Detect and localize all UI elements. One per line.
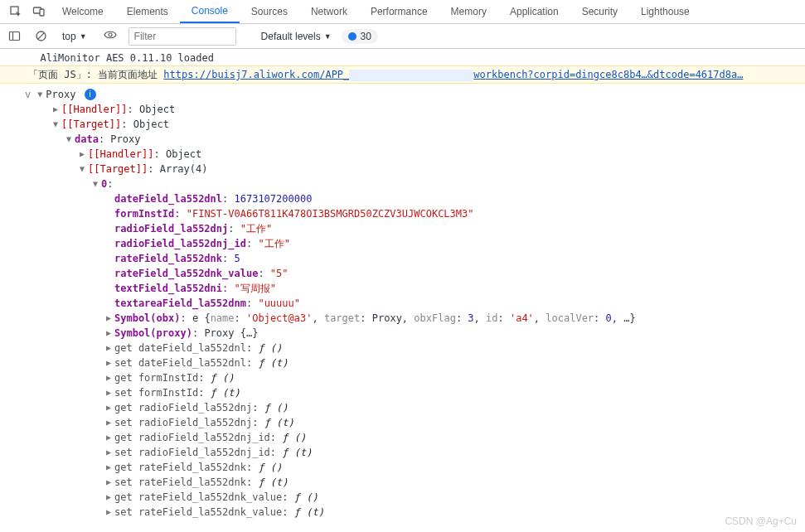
tree-row[interactable]: ▶set dateField_la552dnl: ƒ (t) <box>25 355 805 370</box>
tab-performance[interactable]: Performance <box>359 0 439 23</box>
log-text: 「页面 JS」: 当前页面地址 <box>28 69 163 80</box>
context-label: top <box>62 31 76 42</box>
caret-icon[interactable]: ▼ <box>93 177 101 191</box>
log-url-link[interactable]: workbench?corpid=dingce8c8b4…&dtcode=461… <box>473 69 743 80</box>
caret-icon[interactable]: ▼ <box>66 132 75 147</box>
tab-sources[interactable]: Sources <box>240 0 299 23</box>
tree-row[interactable]: textareaField_la552dnm: "uuuuu" <box>25 296 805 311</box>
caret-icon[interactable]: ▶ <box>106 311 114 326</box>
tree-row[interactable]: rateField_la552dnk: 5 <box>25 251 805 266</box>
tree-row[interactable]: textField_la552dni: "写周报" <box>25 281 805 296</box>
caret-icon[interactable]: ▼ <box>53 117 61 132</box>
tree-row[interactable]: v▼Proxy i <box>25 87 805 102</box>
issues-dot-icon <box>348 32 356 41</box>
caret-icon[interactable]: ▶ <box>106 430 114 445</box>
tree-row[interactable]: ▶set rateField_la552dnk_value: ƒ (t) <box>25 505 805 520</box>
caret-icon[interactable]: ▶ <box>106 415 114 430</box>
tree-row[interactable]: ▶get radioField_la552dnj: ƒ () <box>25 400 805 415</box>
tree-row[interactable]: ▼data: Proxy <box>25 132 805 147</box>
caret-icon[interactable]: ▼ <box>80 162 88 177</box>
live-expression-icon[interactable] <box>99 30 122 42</box>
caret-icon[interactable]: ▶ <box>106 490 114 505</box>
levels-label: Default levels <box>261 31 321 42</box>
caret-icon[interactable]: ▶ <box>106 341 114 355</box>
tab-elements[interactable]: Elements <box>115 0 180 23</box>
tree-row[interactable]: ▶[[Handler]]: Object <box>25 147 805 162</box>
caret-icon[interactable]: ▶ <box>106 326 114 341</box>
tree-row[interactable]: ▼0: <box>25 177 805 191</box>
console-toolbar: top ▼ Default levels ▼ 30 <box>0 24 805 49</box>
clear-console-icon[interactable] <box>31 27 51 46</box>
tab-security[interactable]: Security <box>570 0 629 23</box>
caret-icon[interactable]: ▼ <box>37 87 46 102</box>
tree-row[interactable]: formInstId: "FINST-V0A66T811K478OI3BSMGR… <box>25 206 805 221</box>
caret-icon[interactable]: ▶ <box>106 385 114 400</box>
watermark: CSDN @Ag+Cu <box>725 515 797 527</box>
console-log-area: AliMonitor AES 0.11.10 loaded 「页面 JS」: 当… <box>0 49 805 528</box>
chevron-down-icon: ▼ <box>324 32 332 41</box>
object-tree: v▼Proxy i ▶[[Handler]]: Object ▼[[Target… <box>0 84 805 520</box>
tree-row[interactable]: ▶Symbol(proxy): Proxy {…} <box>25 326 805 341</box>
tab-memory[interactable]: Memory <box>439 0 498 23</box>
svg-rect-2 <box>40 9 44 16</box>
tree-row[interactable]: radioField_la552dnj_id: "工作" <box>25 236 805 251</box>
tree-row[interactable]: ▶[[Handler]]: Object <box>25 102 805 117</box>
svg-line-6 <box>37 33 44 40</box>
tree-row[interactable]: ▶get formInstId: ƒ () <box>25 370 805 385</box>
tree-row[interactable]: dateField_la552dnl: 1673107200000 <box>25 191 805 206</box>
caret-icon[interactable]: ▶ <box>106 505 114 520</box>
toggle-sidebar-icon[interactable] <box>4 27 24 46</box>
tree-row[interactable]: ▼[[Target]]: Object <box>25 117 805 132</box>
svg-rect-3 <box>9 32 19 41</box>
tree-row[interactable]: ▶set formInstId: ƒ (t) <box>25 385 805 400</box>
toggle-device-icon[interactable] <box>27 0 51 23</box>
caret-icon[interactable]: ▶ <box>80 147 88 162</box>
tree-row[interactable]: ▶get rateField_la552dnk: ƒ () <box>25 460 805 475</box>
tab-welcome[interactable]: Welcome <box>51 0 115 23</box>
caret-icon[interactable]: ▶ <box>106 400 114 415</box>
tree-row[interactable]: rateField_la552dnk_value: "5" <box>25 266 805 281</box>
log-levels-selector[interactable]: Default levels ▼ <box>258 31 335 42</box>
tree-row[interactable]: radioField_la552dnj: "工作" <box>25 221 805 236</box>
tab-network[interactable]: Network <box>299 0 359 23</box>
info-icon[interactable]: i <box>85 89 96 100</box>
log-message: AliMonitor AES 0.11.10 loaded <box>0 51 805 65</box>
url-redacted <box>349 70 473 81</box>
devtools-tabbar: Welcome Elements Console Sources Network… <box>0 0 805 24</box>
tree-row[interactable]: ▶set rateField_la552dnk: ƒ (t) <box>25 475 805 490</box>
svg-point-7 <box>109 33 112 36</box>
caret-icon[interactable]: ▶ <box>53 102 61 117</box>
inspect-element-icon[interactable] <box>4 0 27 23</box>
tree-row[interactable]: ▶set radioField_la552dnj: ƒ (t) <box>25 415 805 430</box>
log-message: 「页面 JS」: 当前页面地址 https://buisj7.aliwork.c… <box>0 65 805 84</box>
issues-count: 30 <box>361 31 371 42</box>
chevron-down-icon: ▼ <box>80 32 87 41</box>
tree-row[interactable]: ▶get rateField_la552dnk_value: ƒ () <box>25 490 805 505</box>
filter-input[interactable] <box>129 27 236 46</box>
tab-console[interactable]: Console <box>180 0 240 23</box>
tab-lighthouse[interactable]: Lighthouse <box>629 0 701 23</box>
tree-row[interactable]: ▼[[Target]]: Array(4) <box>25 162 805 177</box>
caret-icon[interactable]: ▶ <box>106 370 114 385</box>
caret-icon[interactable]: ▶ <box>106 475 114 490</box>
issues-counter[interactable]: 30 <box>342 29 378 44</box>
caret-icon[interactable]: ▶ <box>106 445 114 460</box>
tree-row[interactable]: ▶set radioField_la552dnj_id: ƒ (t) <box>25 445 805 460</box>
tree-row[interactable]: ▶Symbol(obx): e {name: 'Object@a3', targ… <box>25 311 805 326</box>
tab-application[interactable]: Application <box>498 0 570 23</box>
caret-icon[interactable]: ▶ <box>106 460 114 475</box>
tree-row[interactable]: ▶get radioField_la552dnj_id: ƒ () <box>25 430 805 445</box>
caret-icon[interactable]: ▶ <box>106 355 114 370</box>
tree-row[interactable]: ▶get dateField_la552dnl: ƒ () <box>25 341 805 355</box>
log-url-link[interactable]: https://buisj7.aliwork.com/APP_ <box>163 69 349 80</box>
context-selector[interactable]: top ▼ <box>57 31 92 42</box>
